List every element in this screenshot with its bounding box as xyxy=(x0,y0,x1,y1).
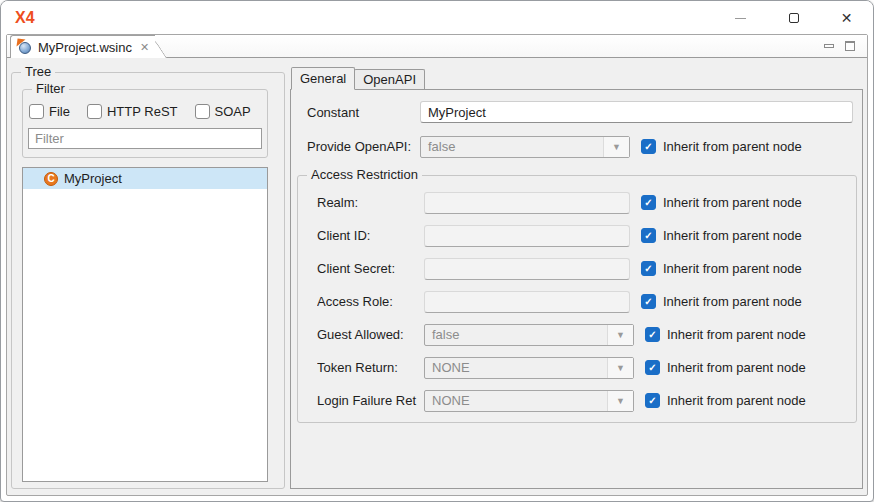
inherit-checkbox-provide-openapi[interactable]: ✓ xyxy=(641,139,656,154)
properties-tabs: General OpenAPI xyxy=(290,67,863,89)
check-icon: ✓ xyxy=(648,330,656,340)
token-return-combo[interactable]: NONE ▼ xyxy=(424,357,634,379)
check-icon: ✓ xyxy=(644,198,652,208)
tab-close-icon[interactable]: ✕ xyxy=(137,41,152,54)
inherit-checkbox-client-id[interactable]: ✓ xyxy=(641,228,656,243)
filter-checkbox-row: File HTTP ReST SOAP xyxy=(28,102,262,119)
realm-input[interactable] xyxy=(424,192,630,214)
constant-input[interactable] xyxy=(420,101,853,123)
access-restriction-group: Access Restriction Realm: ✓ Inherit from… xyxy=(297,175,857,423)
tree-group-label: Tree xyxy=(21,64,55,79)
provide-openapi-label: Provide OpenAPI: xyxy=(307,139,420,154)
chevron-down-icon: ▼ xyxy=(607,391,633,411)
login-failure-row: Login Failure Ret NONE ▼ ✓ Inherit from … xyxy=(317,385,856,416)
inherit-checkbox-login-failure[interactable]: ✓ xyxy=(645,393,660,408)
check-icon: ✓ xyxy=(648,396,656,406)
provide-openapi-row: Provide OpenAPI: false ▼ ✓ Inherit from … xyxy=(307,131,853,162)
minimize-icon xyxy=(735,18,746,19)
realm-row: Realm: ✓ Inherit from parent node xyxy=(317,187,856,218)
inherit-checkbox-token-return[interactable]: ✓ xyxy=(645,360,660,375)
constant-label: Constant xyxy=(307,105,420,120)
wsinc-file-icon xyxy=(18,40,33,55)
minimize-view-icon[interactable] xyxy=(824,44,834,48)
tab-openapi[interactable]: OpenAPI xyxy=(354,69,425,89)
check-icon: ✓ xyxy=(644,142,652,152)
chevron-down-icon: ▼ xyxy=(607,325,633,345)
check-icon: ✓ xyxy=(644,264,652,274)
chevron-down-icon: ▼ xyxy=(607,358,633,378)
filter-group-label: Filter xyxy=(32,81,69,96)
file-checkbox[interactable] xyxy=(29,104,44,119)
soap-checkbox-label: SOAP xyxy=(215,104,251,119)
inherit-checkbox-client-secret[interactable]: ✓ xyxy=(641,261,656,276)
properties-panel: General OpenAPI Constant Provide OpenAPI… xyxy=(290,67,863,489)
inherit-checkbox-access-role[interactable]: ✓ xyxy=(641,294,656,309)
inherit-checkbox-realm[interactable]: ✓ xyxy=(641,195,656,210)
tree-item-myproject[interactable]: C MyProject xyxy=(23,168,267,189)
http-rest-checkbox-label: HTTP ReST xyxy=(107,104,178,119)
constant-row: Constant xyxy=(307,99,853,125)
token-return-row: Token Return: NONE ▼ ✓ Inherit from pare… xyxy=(317,352,856,383)
guest-allowed-combo[interactable]: false ▼ xyxy=(424,324,634,346)
provide-openapi-combo[interactable]: false ▼ xyxy=(420,136,630,158)
tree-list[interactable]: C MyProject xyxy=(22,167,268,482)
tab-general[interactable]: General xyxy=(291,67,355,90)
file-checkbox-label: File xyxy=(49,104,70,119)
access-role-input[interactable] xyxy=(424,291,630,313)
close-icon: ✕ xyxy=(841,11,853,25)
maximize-icon xyxy=(789,13,799,23)
general-tab-content: Constant Provide OpenAPI: false ▼ ✓ Inhe… xyxy=(290,89,863,489)
login-failure-combo[interactable]: NONE ▼ xyxy=(424,390,634,412)
minimize-button[interactable] xyxy=(714,1,767,34)
check-icon: ✓ xyxy=(644,297,652,307)
inherit-group: ✓ Inherit from parent node xyxy=(641,139,802,154)
editor-tab-bar: MyProject.wsinc ✕ xyxy=(7,35,867,58)
close-button[interactable]: ✕ xyxy=(820,1,873,34)
client-secret-input[interactable] xyxy=(424,258,630,280)
title-bar: X4 ✕ xyxy=(1,1,873,34)
access-role-row: Access Role: ✓ Inherit from parent node xyxy=(317,286,856,317)
filter-input[interactable] xyxy=(28,128,262,149)
chevron-down-icon: ▼ xyxy=(603,137,629,157)
client-id-input[interactable] xyxy=(424,225,630,247)
window-controls: ✕ xyxy=(714,1,873,34)
maximize-button[interactable] xyxy=(767,1,820,34)
check-icon: ✓ xyxy=(648,363,656,373)
filter-group: Filter File HTTP ReST SOAP xyxy=(22,89,268,158)
inherit-checkbox-guest-allowed[interactable]: ✓ xyxy=(645,327,660,342)
soap-checkbox[interactable] xyxy=(195,104,210,119)
editor-tab-label: MyProject.wsinc xyxy=(38,40,132,55)
constant-node-icon: C xyxy=(44,172,58,186)
maximize-view-icon[interactable] xyxy=(845,41,855,51)
editor-area: MyProject.wsinc ✕ Tree Filter File xyxy=(6,34,868,496)
access-restriction-label: Access Restriction xyxy=(307,167,422,182)
editor-tab-myproject-wsinc[interactable]: MyProject.wsinc ✕ xyxy=(10,35,155,58)
application-window: X4 ✕ MyProject.wsinc ✕ xyxy=(0,0,874,502)
editor-content: Tree Filter File HTTP ReST SOAP xyxy=(7,58,867,495)
client-id-row: Client ID: ✓ Inherit from parent node xyxy=(317,220,856,251)
view-buttons xyxy=(824,41,867,57)
tree-item-label: MyProject xyxy=(64,171,122,186)
client-secret-row: Client Secret: ✓ Inherit from parent nod… xyxy=(317,253,856,284)
http-rest-checkbox[interactable] xyxy=(87,104,102,119)
x4-logo: X4 xyxy=(15,9,35,27)
tree-panel: Tree Filter File HTTP ReST SOAP xyxy=(11,72,285,489)
guest-allowed-row: Guest Allowed: false ▼ ✓ Inherit from pa… xyxy=(317,319,856,350)
check-icon: ✓ xyxy=(644,231,652,241)
